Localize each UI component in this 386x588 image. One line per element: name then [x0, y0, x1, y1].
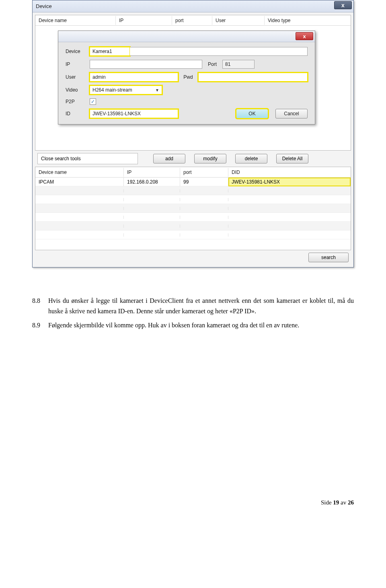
cancel-button[interactable]: Cancel	[275, 109, 308, 118]
toolbar-row: Close search tools add modify delete Del…	[35, 151, 351, 167]
col-user[interactable]: User	[212, 16, 265, 25]
ip-input[interactable]	[90, 60, 202, 69]
port-input[interactable]: 81	[222, 60, 255, 69]
label-id: ID	[66, 111, 90, 116]
upper-device-table: Device name IP port User Video type x	[35, 15, 351, 151]
para-number: 8.8	[32, 296, 48, 316]
table-row	[35, 222, 351, 231]
window-close-button[interactable]: x	[334, 1, 352, 9]
user-input[interactable]: admin	[90, 73, 178, 82]
search-row: search	[35, 250, 351, 265]
add-button[interactable]: add	[153, 154, 185, 163]
document-body-text: 8.8 Hvis du ønsker å legge til kameraet …	[32, 296, 354, 331]
delete-all-button[interactable]: Delete All	[276, 154, 308, 163]
label-pwd: Pwd	[178, 74, 198, 80]
label-user: User	[66, 74, 90, 80]
close-search-tools[interactable]: Close search tools	[37, 153, 138, 164]
col-ip[interactable]: IP	[116, 16, 172, 25]
table-row	[35, 195, 351, 204]
chevron-down-icon: ▼	[155, 88, 159, 92]
device-name-input[interactable]: Kamera1	[90, 47, 130, 56]
col2-device-name[interactable]: Device name	[35, 168, 124, 177]
ok-button[interactable]: OK	[236, 109, 268, 118]
window-title: Device	[36, 3, 52, 9]
cell-name: IPCAM	[35, 178, 124, 186]
table-row	[35, 186, 351, 195]
label-device: Device	[66, 49, 90, 54]
label-ip: IP	[66, 61, 90, 67]
col-device-name[interactable]: Device name	[35, 16, 116, 25]
close-icon: x	[303, 33, 306, 39]
device-name-input-ext[interactable]	[130, 47, 308, 56]
para-text: Følgende skjermbilde vil komme opp. Huk …	[48, 320, 354, 331]
search-button[interactable]: search	[308, 253, 349, 262]
label-port: Port	[202, 61, 222, 67]
lower-device-table: Device name IP port DID IPCAM 192.168.0.…	[35, 167, 351, 250]
dialog-titlebar: x	[58, 31, 315, 42]
table-row	[35, 213, 351, 222]
label-p2p: P2P	[66, 99, 90, 104]
col-video-type[interactable]: Video type	[265, 16, 351, 25]
lower-table-body: IPCAM 192.168.0.208 99 JWEV-135981-LNKSX	[35, 178, 351, 250]
cell-ip: 192.168.0.208	[124, 178, 180, 186]
table-row	[35, 204, 351, 213]
page-footer: Side 19 av 26	[32, 499, 354, 506]
table-row[interactable]: IPCAM 192.168.0.208 99 JWEV-135981-LNKSX	[35, 178, 351, 186]
pwd-input[interactable]	[198, 73, 308, 82]
video-select[interactable]: H264 main-stream ▼	[90, 86, 162, 94]
modify-button[interactable]: modify	[194, 154, 226, 163]
lower-table-header: Device name IP port DID	[35, 167, 351, 178]
label-video: Video	[66, 87, 90, 93]
cell-port: 99	[180, 178, 228, 186]
dialog-close-button[interactable]: x	[296, 32, 313, 40]
p2p-checkbox[interactable]: ✓	[90, 98, 96, 105]
para-text: Hvis du ønsker å legge til kameraet i De…	[48, 296, 354, 316]
col-port[interactable]: port	[172, 16, 212, 25]
delete-button[interactable]: delete	[235, 154, 267, 163]
cell-did: JWEV-135981-LNKSX	[228, 178, 351, 186]
table-row	[35, 231, 351, 239]
col2-port[interactable]: port	[180, 168, 228, 177]
upper-table-header: Device name IP port User Video type	[35, 15, 351, 26]
close-icon: x	[341, 2, 345, 8]
id-input[interactable]: JWEV-135981-LNKSX	[90, 109, 178, 118]
col2-did[interactable]: DID	[228, 168, 351, 177]
device-edit-dialog: x Device Kamera1	[58, 31, 315, 125]
window-titlebar: Device x	[33, 0, 353, 12]
para-number: 8.9	[32, 320, 48, 331]
col2-ip[interactable]: IP	[124, 168, 180, 177]
upper-table-body: x Device Kamera1	[35, 26, 351, 150]
device-window: Device x Device name IP port User Video …	[32, 0, 354, 267]
